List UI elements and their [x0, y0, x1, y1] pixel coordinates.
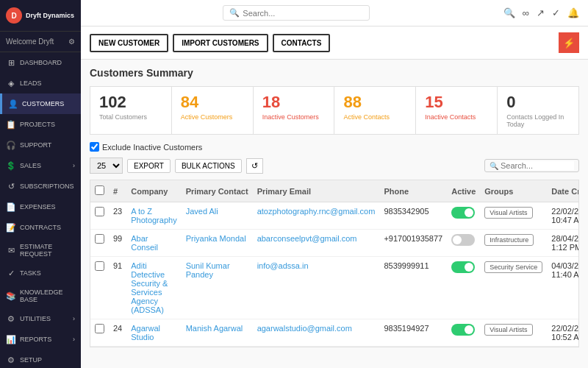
row-active[interactable] [447, 202, 480, 230]
active-toggle[interactable] [451, 261, 475, 273]
contacts-button[interactable]: CONTACTS [273, 34, 331, 52]
infinity-icon[interactable]: ∞ [523, 7, 529, 18]
dashboard-icon: ⊞ [6, 57, 16, 68]
row-active[interactable] [447, 257, 480, 319]
row-check[interactable] [90, 202, 109, 230]
search-input[interactable] [243, 9, 360, 18]
sidebar-item-dashboard[interactable]: ⊞ DASHBOARD [0, 52, 81, 73]
sidebar-item-tasks[interactable]: ✓ TASKS [0, 263, 81, 283]
bulk-actions-button[interactable]: BULK ACTIONS [175, 159, 242, 173]
exclude-inactive-checkbox[interactable] [90, 142, 99, 152]
row-phone: 8539999911 [379, 257, 447, 319]
active-toggle[interactable] [451, 207, 475, 219]
check-icon[interactable]: ✓ [552, 7, 560, 18]
toggle-knob [465, 263, 473, 272]
sidebar-item-subscriptions[interactable]: ↺ SUBSCRIPTIONS [0, 176, 81, 197]
sidebar-item-label: ESTIMATE REQUEST [20, 243, 75, 258]
row-date: 28/04/2021 1:12 PM [547, 230, 579, 257]
row-phone: +917001935877 [379, 230, 447, 257]
row-check[interactable] [90, 257, 109, 319]
row-contact[interactable]: Priyanka Mondal [182, 230, 253, 257]
table-row: 24Agarwal StudioManish Agarwalagarwalstu… [90, 319, 579, 347]
reports-icon: 📊 [6, 334, 16, 344]
table-row: 91Aditi Detective Security & Services Ag… [90, 257, 579, 319]
group-badge: Security Service [484, 261, 542, 273]
search-topbar-icon[interactable]: 🔍 [503, 7, 515, 18]
sidebar-item-expenses[interactable]: 📄 EXPENSES [0, 197, 81, 217]
summary-number: 84 [181, 93, 244, 112]
search-icon: 🔍 [229, 8, 240, 18]
welcome-text: Welcome Dryft [6, 38, 54, 46]
utilities-icon: ⚙ [6, 314, 16, 324]
filter-button[interactable]: ⚡ [559, 32, 579, 53]
summary-card: 102 Total Customers [90, 87, 172, 134]
refresh-button[interactable]: ↺ [246, 158, 263, 174]
topbar-search-box[interactable]: 🔍 [223, 5, 370, 21]
row-contact[interactable]: Javed Ali [182, 202, 253, 230]
summary-label: Total Customers [99, 113, 162, 121]
select-all-checkbox[interactable] [95, 185, 104, 195]
row-email[interactable]: info@adssa.in [253, 257, 380, 319]
sidebar-welcome: Welcome Dryft ⚙ [0, 32, 81, 52]
col-header-7: Groups [480, 180, 547, 202]
summary-label: Active Customers [181, 113, 244, 121]
sidebar-item-label: LEADS [20, 79, 75, 87]
topbar: 🔍 🔍 ∞ ↗ ✓ 🔔 [81, 0, 588, 26]
topbar-search-area: 🔍 [90, 5, 503, 21]
sidebar-item-label: TASKS [20, 269, 75, 277]
filter-controls: Exclude Inactive Customers [90, 142, 579, 152]
row-active[interactable] [447, 230, 480, 257]
customers-icon: 👤 [8, 99, 18, 109]
table-search-input[interactable] [501, 161, 574, 170]
share-icon[interactable]: ↗ [537, 7, 545, 18]
content-area: Customers Summary 102 Total Customers 84… [81, 60, 588, 368]
active-toggle[interactable] [451, 324, 475, 336]
row-active[interactable] [447, 319, 480, 347]
new-customer-button[interactable]: NEW CUSTOMER [90, 34, 168, 52]
summary-card: 18 Inactive Customers [254, 87, 335, 134]
toggle-knob [465, 208, 473, 217]
row-check[interactable] [90, 319, 109, 347]
sidebar-item-leads[interactable]: ◈ LEADS [0, 73, 81, 93]
active-toggle[interactable] [451, 234, 475, 246]
toggle-knob [453, 236, 462, 244]
row-contact[interactable]: Sunil Kumar Pandey [182, 257, 253, 319]
sidebar-item-contracts[interactable]: 📝 CONTRACTS [0, 217, 81, 238]
sidebar-item-setup[interactable]: ⚙ SETUP [0, 350, 81, 368]
sidebar-item-knowledge_base[interactable]: 📚 KNOWLEDGE BASE [0, 283, 81, 308]
row-email[interactable]: abarconseelpvt@gmail.com [253, 230, 380, 257]
setup-icon: ⚙ [6, 355, 16, 365]
row-id: 23 [109, 202, 126, 230]
export-button[interactable]: EXPORT [127, 159, 171, 173]
row-email[interactable]: atozphotography.rnc@gmail.com [253, 202, 380, 230]
action-bar: NEW CUSTOMER IMPORT CUSTOMERS CONTACTS ⚡ [81, 26, 588, 60]
sidebar-item-label: SALES [20, 162, 73, 169]
sidebar-item-reports[interactable]: 📊 REPORTS › [0, 329, 81, 350]
row-company[interactable]: Agarwal Studio [126, 319, 181, 347]
sidebar-item-utilities[interactable]: ⚙ UTILITIES › [0, 308, 81, 329]
sidebar-item-projects[interactable]: 📋 PROJECTS [0, 114, 81, 135]
sidebar-item-customers[interactable]: 👤 CUSTOMERS [0, 93, 81, 114]
per-page-select[interactable]: 2550100 [90, 158, 123, 174]
summary-number: 18 [262, 93, 326, 112]
sidebar-item-sales[interactable]: 💲 SALES › [0, 155, 81, 176]
group-badge: Infrastructure [484, 234, 534, 246]
tasks-icon: ✓ [6, 268, 16, 278]
row-check[interactable] [90, 230, 109, 257]
settings-icon[interactable]: ⚙ [68, 38, 75, 46]
exclude-inactive-label[interactable]: Exclude Inactive Customers [90, 142, 202, 152]
sidebar-item-label: PROJECTS [20, 121, 75, 128]
import-customers-button[interactable]: IMPORT CUSTOMERS [173, 34, 268, 52]
sidebar-item-estimate_request[interactable]: ✉ ESTIMATE REQUEST [0, 238, 81, 263]
row-company[interactable]: A to Z Photography [126, 202, 181, 230]
sidebar-item-support[interactable]: 🎧 SUPPORT [0, 135, 81, 155]
row-company[interactable]: Abar Conseil [126, 230, 181, 257]
row-contact[interactable]: Manish Agarwal [182, 319, 253, 347]
table-search-box[interactable]: 🔍 [484, 159, 579, 172]
row-company[interactable]: Aditi Detective Security & Services Agen… [126, 257, 181, 319]
arrow-icon: › [73, 336, 75, 343]
contracts-icon: 📝 [6, 222, 16, 233]
bell-icon[interactable]: 🔔 [567, 7, 579, 18]
table-controls: 2550100 EXPORT BULK ACTIONS ↺ 🔍 [90, 158, 579, 174]
row-email[interactable]: agarwalstudio@gmail.com [253, 319, 380, 347]
